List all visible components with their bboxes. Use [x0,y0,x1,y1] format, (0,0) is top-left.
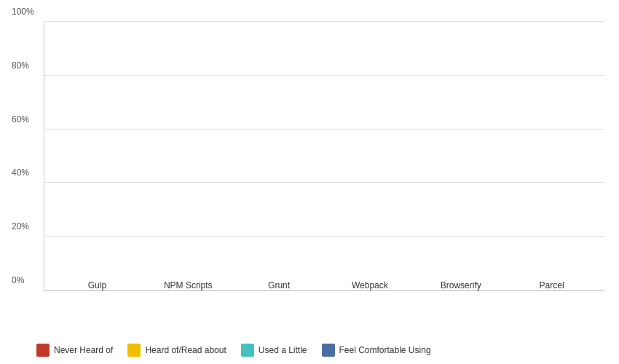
group-label: Parcel [540,280,564,290]
bar-group: NPM Scripts [143,276,234,290]
group-label: Gulp [88,280,106,290]
chart-container: 0%20%40%60%80%100% GulpNPM ScriptsGruntW… [0,0,619,364]
legend-swatch-usedLittle [241,344,254,357]
group-label: Browserify [441,280,481,290]
legend-label-heard: Heard of/Read about [145,345,226,355]
legend-swatch-never [36,344,50,357]
legend-item-comfortable: Feel Comfortable Using [322,344,431,357]
legend-label-comfortable: Feel Comfortable Using [339,345,431,355]
group-label: Grunt [268,280,290,290]
bars-area: GulpNPM ScriptsGruntWebpackBrowserifyPar… [44,22,604,290]
legend-label-never: Never Heard of [54,345,113,355]
legend-swatch-comfortable [322,344,335,357]
y-axis-label: 40% [12,167,29,178]
chart-legend: Never Heard ofHeard of/Read aboutUsed a … [36,344,431,357]
bar-group: Webpack [324,276,415,290]
group-label: Webpack [352,280,388,290]
y-axis-label: 20% [12,221,29,232]
y-axis-label: 0% [12,275,24,285]
legend-item-usedLittle: Used a Little [241,344,307,357]
chart-area: 0%20%40%60%80%100% GulpNPM ScriptsGruntW… [44,22,604,291]
legend-item-heard: Heard of/Read about [127,344,226,357]
legend-swatch-heard [127,344,141,357]
y-axis-label: 100% [12,7,34,17]
y-axis-label: 60% [12,114,29,124]
bar-group: Grunt [234,276,325,290]
bar-group: Parcel [506,276,597,290]
legend-item-never: Never Heard of [36,344,113,357]
group-label: NPM Scripts [164,280,213,290]
y-axis-label: 80% [12,60,29,71]
legend-label-usedLittle: Used a Little [259,345,307,355]
bar-group: Gulp [52,276,143,290]
bar-group: Browserify [415,276,506,290]
